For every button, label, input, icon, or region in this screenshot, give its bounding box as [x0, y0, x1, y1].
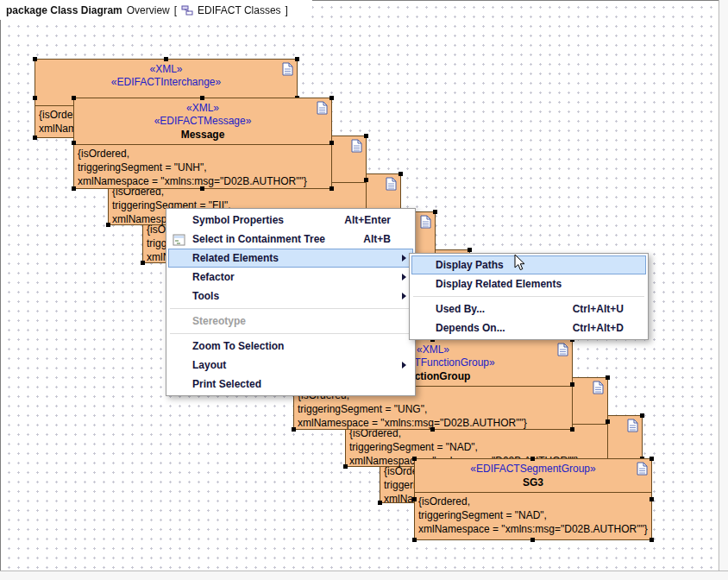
- horizontal-scrollbar[interactable]: [0, 571, 728, 580]
- selection-handle[interactable]: [378, 501, 382, 505]
- menu-item-label: Symbol Properties: [192, 211, 284, 230]
- selection-handle[interactable]: [329, 141, 334, 145]
- selection-handle[interactable]: [399, 172, 403, 176]
- menu-item-display-related-elements[interactable]: Display Related Elements: [411, 274, 646, 293]
- document-icon: [557, 343, 568, 356]
- class-diagram-icon: [181, 5, 193, 16]
- selection-handle[interactable]: [650, 538, 654, 542]
- bracket-close: ]: [286, 4, 288, 16]
- selection-handle[interactable]: [530, 457, 535, 461]
- selection-handle[interactable]: [412, 538, 417, 542]
- package-label: package Class Diagram: [6, 4, 122, 16]
- selection-handle[interactable]: [433, 210, 437, 214]
- selection-handle[interactable]: [72, 186, 76, 191]
- selection-handle[interactable]: [72, 96, 76, 100]
- document-icon: [637, 462, 648, 476]
- selection-handle[interactable]: [606, 419, 610, 424]
- selection-handle[interactable]: [164, 57, 168, 61]
- document-icon: [593, 381, 604, 394]
- menu-item-select-in-containment-tree[interactable]: Select in Containment Tree Alt+B: [168, 230, 413, 249]
- diagram-frame-header[interactable]: package Class Diagram Overview [ EDIFACT…: [0, 0, 312, 20]
- diagram-name: EDIFACT Classes: [198, 4, 280, 16]
- menu-item-label: Refactor: [192, 268, 235, 287]
- selection-handle[interactable]: [430, 427, 435, 432]
- selection-handle[interactable]: [343, 464, 348, 469]
- menu-item-label: Print Selected: [192, 375, 261, 394]
- selection-handle[interactable]: [570, 382, 574, 387]
- vertical-scrollbar[interactable]: [719, 0, 728, 580]
- menu-item-related-elements[interactable]: Related Elements: [168, 249, 413, 268]
- selection-handle[interactable]: [606, 375, 610, 380]
- selection-handle[interactable]: [33, 57, 37, 61]
- menu-item-stereotype: Stereotype: [168, 312, 413, 331]
- selection-handle[interactable]: [200, 96, 204, 100]
- stereotype-label: «XML»: [74, 102, 331, 115]
- containment-tree-icon: [173, 233, 185, 245]
- menu-item-label: Related Elements: [192, 249, 279, 268]
- selection-handle[interactable]: [200, 186, 204, 191]
- menu-item-tools[interactable]: Tools: [168, 287, 413, 306]
- selection-handle[interactable]: [364, 134, 368, 138]
- class-property: {isOrdered,: [74, 147, 331, 161]
- submenu-arrow-icon: [402, 274, 406, 281]
- document-icon: [317, 101, 328, 115]
- selection-handle[interactable]: [412, 457, 417, 461]
- selection-handle[interactable]: [141, 261, 145, 265]
- selection-handle[interactable]: [650, 497, 654, 501]
- menu-item-shortcut: Alt+B: [342, 230, 391, 249]
- menu-item-label: Display Paths: [436, 255, 504, 274]
- selection-handle[interactable]: [468, 248, 472, 252]
- selection-handle[interactable]: [412, 497, 417, 501]
- selection-handle[interactable]: [106, 223, 110, 227]
- selection-handle[interactable]: [640, 413, 644, 418]
- related-elements-submenu: Display Paths Display Related Elements U…: [409, 253, 649, 340]
- submenu-arrow-icon: [402, 255, 406, 262]
- compartment-divider: [74, 144, 331, 145]
- class-name: SG3: [415, 476, 651, 490]
- menu-item-label: Stereotype: [192, 312, 246, 331]
- menu-separator: [413, 296, 644, 297]
- compartment-divider: [415, 492, 651, 493]
- class-name: Message: [74, 128, 331, 142]
- selection-handle[interactable]: [329, 186, 334, 191]
- view-label: Overview: [127, 4, 170, 16]
- menu-item-print-selected[interactable]: Print Selected: [168, 375, 413, 394]
- menu-item-depends-on[interactable]: Depends On... Ctrl+Alt+D: [411, 318, 646, 337]
- menu-item-used-by[interactable]: Used By... Ctrl+Alt+U: [411, 299, 646, 318]
- menu-item-symbol-properties[interactable]: Symbol Properties Alt+Enter: [168, 211, 413, 230]
- class-property: triggeringSegment = "UNH",: [74, 161, 331, 174]
- menu-item-shortcut: Ctrl+Alt+U: [552, 299, 624, 318]
- menu-item-shortcut: Ctrl+Alt+D: [552, 318, 624, 337]
- menu-item-zoom-to-selection[interactable]: Zoom To Selection: [168, 337, 413, 356]
- submenu-arrow-icon: [402, 293, 406, 299]
- stereotype-label: «XML»: [35, 63, 297, 76]
- diagram-canvas[interactable]: package Class Diagram Overview [ EDIFACT…: [0, 0, 728, 580]
- menu-item-label: Select in Containment Tree: [192, 230, 325, 249]
- menu-item-label: Tools: [192, 287, 219, 306]
- selection-handle[interactable]: [364, 178, 368, 182]
- selection-handle[interactable]: [570, 427, 574, 432]
- document-icon: [420, 215, 431, 229]
- menu-item-layout[interactable]: Layout: [168, 356, 413, 375]
- document-icon: [627, 419, 638, 432]
- selection-handle[interactable]: [33, 136, 37, 140]
- uml-class-segment-group-sg3[interactable]: «EDIFACTSegmentGroup» SG3 {isOrdered, tr…: [414, 458, 652, 540]
- menu-item-label: Display Related Elements: [436, 274, 562, 293]
- menu-item-display-paths[interactable]: Display Paths: [411, 255, 646, 274]
- bracket-open: [: [174, 4, 177, 16]
- menu-item-label: Used By...: [436, 299, 485, 318]
- selection-handle[interactable]: [295, 57, 299, 61]
- selection-handle[interactable]: [292, 427, 296, 432]
- selection-handle[interactable]: [329, 96, 334, 100]
- menu-item-label: Zoom To Selection: [192, 337, 284, 356]
- class-property: triggeringSegment = "NAD",: [415, 508, 651, 522]
- selection-handle[interactable]: [650, 457, 654, 461]
- document-icon: [282, 62, 293, 76]
- stereotype-label: «EDIFACTSegmentGroup»: [415, 463, 651, 476]
- uml-class-edifact-message[interactable]: «XML» «EDIFACTMessage» Message {isOrdere…: [73, 98, 332, 189]
- selection-handle[interactable]: [33, 96, 37, 100]
- menu-item-refactor[interactable]: Refactor: [168, 268, 413, 287]
- selection-handle[interactable]: [72, 141, 76, 145]
- menu-separator: [170, 333, 411, 334]
- selection-handle[interactable]: [530, 538, 535, 542]
